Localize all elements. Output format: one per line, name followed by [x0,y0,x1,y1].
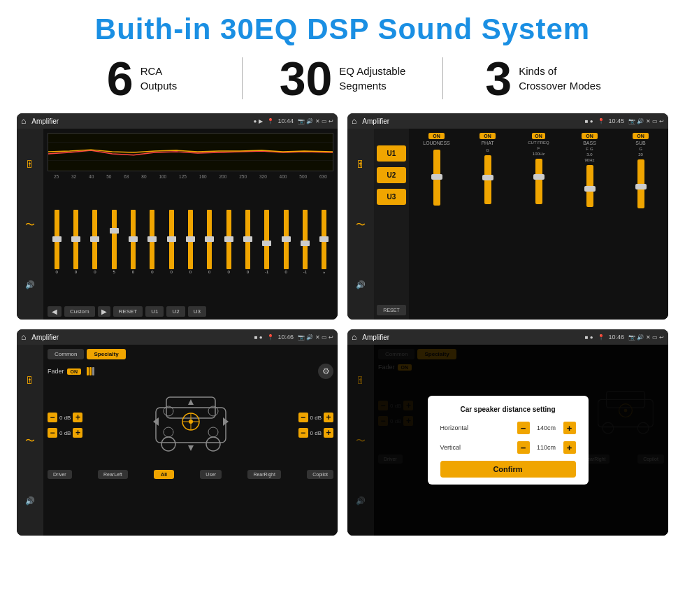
page-title: Buith-in 30EQ DSP Sound System [0,13,685,46]
loudness-on-badge[interactable]: ON [428,133,445,139]
btn-user[interactable]: User [200,470,222,479]
sub-on-badge[interactable]: ON [633,133,649,139]
home-icon-dialog[interactable]: ⌂ [352,332,356,342]
btn-driver[interactable]: Driver [48,470,72,479]
car-diagram-area: − 0 dB + − 0 dB + [48,383,333,467]
eq-slider-2[interactable]: 0 [66,210,85,274]
fader-label: Fader [48,368,64,375]
db-control-top-left: − 0 dB + [48,413,82,422]
bass-on-badge[interactable]: ON [582,133,598,139]
btn-rearright[interactable]: RearRight [247,470,281,479]
db-minus-tl[interactable]: − [48,413,57,422]
horizontal-plus[interactable]: + [563,422,576,434]
cross-content: 🎚 〜 🔊 U1 U2 U3 RESET ON LOUDNESS [347,129,668,320]
eq-reset-btn[interactable]: RESET [113,306,143,317]
eq-u3-btn[interactable]: U3 [188,306,206,317]
cross-slot-u1[interactable]: U1 [377,145,406,162]
cross-slot-u3[interactable]: U3 [377,189,406,205]
eq-title: Amplifier [31,117,249,125]
eq-slider-7[interactable]: 0 [162,210,180,274]
stat-item-crossover: 3 Kinds of Crossover Modes [443,55,643,102]
cross-icon-wave[interactable]: 〜 [356,219,366,231]
eq-slider-11[interactable]: 0 [238,210,257,274]
horizontal-value: 140cm [533,424,561,431]
phat-on-badge[interactable]: ON [480,133,496,139]
db-control-bot-left: − 0 dB + [48,428,82,438]
db-plus-tl[interactable]: + [73,413,82,422]
fader-icon-wave[interactable]: 〜 [25,435,35,447]
cross-slot-u2[interactable]: U2 [377,167,406,183]
cross-ch-bass: ON BASS FG 3.0 90Hz [566,133,613,208]
cutfreq-on-badge[interactable]: ON [532,133,545,139]
eq-slider-1[interactable]: 0 [48,210,66,274]
eq-slider-14[interactable]: -1 [296,210,314,274]
fader-on-badge[interactable]: ON [67,368,82,375]
eq-bottom-buttons: ◀ Custom ▶ RESET U1 U2 U3 [48,306,333,317]
stat-desc-crossover: Kinds of Crossover Modes [519,64,601,93]
screen-eq: ⌂ Amplifier ● ▶ 📍 10:44 📷 🔊 ✕ ▭ ↩ 🎚 〜 🔊 [17,113,338,320]
eq-icon-wave[interactable]: 〜 [25,219,35,231]
eq-prev-btn[interactable]: ◀ [48,306,62,317]
home-icon-eq[interactable]: ⌂ [21,116,26,126]
dialog-time: 10:46 [609,334,625,341]
eq-slider-4[interactable]: 5 [105,210,123,274]
cross-icon-tune[interactable]: 🎚 [356,159,366,170]
cross-ch-phat: ON PHAT G [464,133,511,208]
horizontal-minus[interactable]: − [517,422,530,434]
btn-all[interactable]: All [154,470,174,479]
vertical-minus[interactable]: − [517,441,530,454]
fader-tab-common[interactable]: Common [48,349,84,359]
dialog-screen-title: Amplifier [362,334,580,341]
eq-u2-btn[interactable]: U2 [166,306,185,317]
cross-status-icons: 📷 🔊 ✕ ▭ ↩ [628,118,664,124]
fader-icon-speaker[interactable]: 🔊 [25,496,35,506]
fader-bottom-btns: Driver RearLeft All User RearRight Copil… [48,470,333,479]
db-plus-br[interactable]: + [324,428,333,438]
eq-slider-9[interactable]: 0 [201,210,219,274]
db-minus-br[interactable]: − [298,428,308,438]
cross-reset-btn[interactable]: RESET [377,305,406,315]
home-icon-fader[interactable]: ⌂ [21,332,26,342]
car-svg [142,387,240,464]
fader-tab-specialty[interactable]: Specialty [87,349,125,359]
eq-graph [48,133,333,171]
dialog-vertical-row: Vertical − 110cm + [440,441,576,454]
eq-slider-12[interactable]: -1 [258,210,276,274]
db-plus-tr[interactable]: + [324,413,333,422]
eq-slider-10[interactable]: 0 [219,210,238,274]
btn-rearleft[interactable]: RearLeft [98,470,128,479]
eq-slider-6[interactable]: 0 [143,210,161,274]
eq-icon-speaker[interactable]: 🔊 [25,280,35,289]
eq-u1-btn[interactable]: U1 [145,306,164,317]
eq-play-btn[interactable]: ▶ [98,306,110,317]
vertical-plus[interactable]: + [563,441,576,454]
eq-slider-8[interactable]: 0 [181,210,199,274]
cross-icon-speaker[interactable]: 🔊 [356,280,366,289]
dialog-horizontal-row: Horizontal − 140cm + [440,422,576,434]
fader-left-bar: 🎚 〜 🔊 [17,345,43,536]
db-minus-tr[interactable]: − [298,413,308,422]
eq-freq-labels: 253240506380100125160200250320400500630 [48,174,333,179]
db-plus-bl[interactable]: + [73,428,82,438]
home-icon-cross[interactable]: ⌂ [352,116,356,126]
fader-main-area: Common Specialty Fader ON [43,345,338,536]
eq-slider-15[interactable]: » [315,210,333,274]
eq-custom-btn[interactable]: Custom [64,306,95,317]
cross-left-bar: 🎚 〜 🔊 [347,129,374,320]
btn-copilot[interactable]: Copilot [307,470,333,479]
fader-icon-tune[interactable]: 🎚 [25,375,35,386]
eq-slider-5[interactable]: 0 [124,210,142,274]
confirm-button[interactable]: Confirm [440,461,576,478]
db-minus-bl[interactable]: − [48,428,57,438]
eq-slider-3[interactable]: 0 [86,210,104,274]
fader-settings-icon[interactable]: ⚙ [318,364,333,379]
svg-point-6 [161,437,175,451]
fader-header-row: Fader ON ⚙ [48,364,333,379]
fader-status-icons: 📷 🔊 ✕ ▭ ↩ [298,334,333,341]
eq-slider-13[interactable]: 0 [277,210,295,274]
fader-location: 📍 [267,334,274,341]
eq-icon-tune[interactable]: 🎚 [25,159,35,170]
svg-marker-17 [188,445,194,451]
stat-number-6: 6 [107,55,134,102]
vertical-value: 110cm [533,444,561,451]
